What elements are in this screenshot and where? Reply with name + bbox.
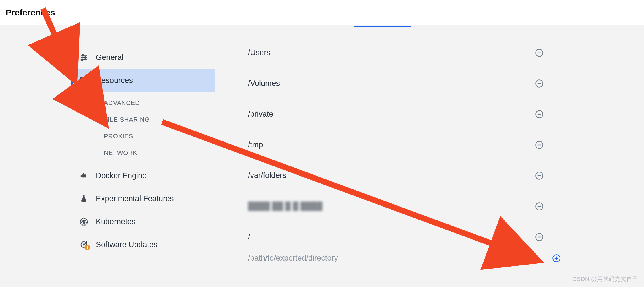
sidebar-subitem-network[interactable]: NETWORK [104, 145, 215, 161]
file-sharing-row: /private [248, 99, 544, 129]
file-sharing-row: /var/folders [248, 160, 544, 191]
sidebar-item-label: Resources [96, 76, 133, 85]
svg-point-3 [84, 57, 86, 58]
svg-rect-9 [81, 174, 86, 177]
path-text: ████ ██ █ █ ████ [248, 202, 323, 211]
alert-badge-icon [84, 245, 90, 250]
path-text: / [248, 232, 250, 241]
sidebar-subitem-file-sharing[interactable]: FILE SHARING [104, 111, 215, 128]
disk-icon [78, 76, 90, 85]
sliders-icon [78, 53, 90, 62]
svg-rect-11 [83, 173, 84, 175]
kubernetes-icon [78, 217, 90, 226]
sidebar-subitem-proxies[interactable]: PROXIES [104, 128, 215, 145]
remove-icon[interactable] [535, 110, 544, 119]
path-text: /private [248, 110, 273, 119]
add-path-placeholder[interactable]: /path/to/exported/directory [248, 254, 338, 263]
sidebar-subitem-advanced[interactable]: ADVANCED [104, 95, 215, 111]
remove-icon[interactable] [535, 233, 544, 241]
remove-icon[interactable] [535, 202, 544, 211]
svg-rect-10 [81, 175, 82, 177]
sidebar-item-label: General [96, 53, 123, 62]
flask-icon [78, 194, 90, 203]
sidebar-item-resources[interactable]: Resources [72, 69, 215, 92]
engine-icon [78, 171, 90, 180]
watermark: CSDN @用代码充实自己 [573, 275, 638, 283]
sidebar: General Resources ADVANCED FILE SHARING … [72, 46, 215, 256]
file-sharing-row: /Users [248, 37, 544, 68]
remove-icon[interactable] [535, 141, 544, 149]
svg-point-21 [83, 244, 85, 246]
page-title: Preferences [6, 8, 55, 18]
sidebar-item-label: ADVANCED [104, 99, 140, 107]
sidebar-item-experimental[interactable]: Experimental Features [72, 187, 215, 210]
sidebar-item-label: Software Updates [96, 240, 158, 249]
remove-icon[interactable] [535, 79, 544, 88]
svg-point-5 [81, 59, 83, 61]
file-sharing-list: /Users /Volumes /private /tmp /var/folde… [248, 37, 544, 252]
file-sharing-row: ████ ██ █ █ ████ [248, 191, 544, 222]
sidebar-item-label: Experimental Features [96, 194, 174, 203]
sidebar-item-label: PROXIES [104, 133, 133, 140]
sidebar-subnav-resources: ADVANCED FILE SHARING PROXIES NETWORK [72, 92, 215, 164]
path-text: /Users [248, 48, 270, 57]
update-icon [78, 240, 90, 249]
path-text: /tmp [248, 140, 263, 149]
sidebar-item-general[interactable]: General [72, 46, 215, 69]
file-sharing-row: / [248, 222, 544, 252]
file-sharing-row: /Volumes [248, 68, 544, 99]
file-sharing-add-row: /path/to/exported/directory [248, 254, 552, 263]
add-icon[interactable] [552, 254, 561, 263]
sidebar-item-kubernetes[interactable]: Kubernetes [72, 210, 215, 233]
remove-icon[interactable] [535, 171, 544, 180]
sidebar-item-label: FILE SHARING [104, 116, 150, 123]
sidebar-item-label: NETWORK [104, 149, 137, 157]
active-tab-underline [354, 26, 411, 27]
path-text: /var/folders [248, 171, 286, 180]
sidebar-item-software-updates[interactable]: Software Updates [72, 233, 215, 256]
svg-point-8 [84, 79, 86, 81]
svg-point-1 [82, 55, 84, 56]
sidebar-item-label: Docker Engine [96, 171, 147, 180]
file-sharing-row: /tmp [248, 129, 544, 160]
sidebar-item-docker-engine[interactable]: Docker Engine [72, 164, 215, 187]
topbar: Preferences [0, 0, 644, 25]
remove-icon[interactable] [535, 49, 544, 57]
sidebar-item-label: Kubernetes [96, 217, 135, 226]
path-text: /Volumes [248, 79, 280, 88]
